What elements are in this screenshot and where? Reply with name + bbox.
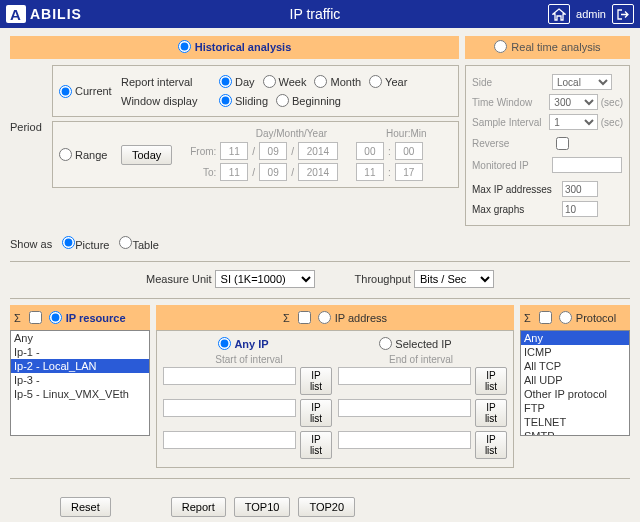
top10-button[interactable]: TOP10: [234, 497, 291, 517]
list-item[interactable]: Any: [521, 331, 629, 345]
report-button[interactable]: Report: [171, 497, 226, 517]
list-item[interactable]: Ip-3 -: [11, 373, 149, 387]
show-table[interactable]: [119, 236, 132, 249]
show-picture[interactable]: [62, 236, 75, 249]
tab-historical-label: Historical analysis: [195, 41, 292, 53]
range-label: Range: [75, 149, 107, 161]
ipres-listbox[interactable]: AnyIp-1 -Ip-2 - Local_LANIp-3 -Ip-5 - Li…: [10, 330, 150, 436]
measure-unit-select[interactable]: SI (1K=1000): [215, 270, 315, 288]
current-fieldset: Current Report interval Day Week Month Y…: [52, 65, 459, 117]
ipaddr-label: IP address: [335, 312, 387, 324]
range-fieldset: Range Today Day/Month/Year Hour:Min From…: [52, 121, 459, 188]
list-item[interactable]: Ip-1 -: [11, 345, 149, 359]
end-ip-2[interactable]: [338, 399, 471, 417]
iplist-btn[interactable]: IP list: [300, 399, 332, 427]
maxip-input[interactable]: [562, 181, 598, 197]
proto-sigma-check[interactable]: [539, 311, 552, 324]
current-label: Current: [75, 85, 112, 97]
iplist-btn[interactable]: IP list: [300, 367, 332, 395]
window-display-label: Window display: [121, 95, 211, 107]
from-month[interactable]: [259, 142, 287, 160]
list-item[interactable]: TELNET: [521, 415, 629, 429]
window-sliding[interactable]: [219, 94, 232, 107]
from-min[interactable]: [395, 142, 423, 160]
from-label: From:: [180, 146, 216, 157]
monitored-ip-input[interactable]: [552, 157, 622, 173]
start-interval-label: Start of interval: [163, 354, 335, 365]
today-button[interactable]: Today: [121, 145, 172, 165]
end-ip-3[interactable]: [338, 431, 471, 449]
window-beginning[interactable]: [276, 94, 289, 107]
from-hour[interactable]: [356, 142, 384, 160]
proto-header: Σ Protocol: [520, 305, 630, 330]
logo-icon: A: [6, 5, 26, 23]
end-interval-label: End of interval: [335, 354, 507, 365]
iplist-btn[interactable]: IP list: [300, 431, 332, 459]
list-item[interactable]: ICMP: [521, 345, 629, 359]
timewin-select[interactable]: 300: [549, 94, 597, 110]
list-item[interactable]: Ip-2 - Local_LAN: [11, 359, 149, 373]
report-interval-label: Report interval: [121, 76, 211, 88]
reverse-checkbox[interactable]: [556, 137, 569, 150]
ipaddr-header: Σ IP address: [156, 305, 514, 330]
sample-select[interactable]: 1: [549, 114, 597, 130]
throughput-select[interactable]: Bits / Sec: [414, 270, 494, 288]
iplist-btn[interactable]: IP list: [475, 367, 507, 395]
to-label: To:: [180, 167, 216, 178]
start-ip-3[interactable]: [163, 431, 296, 449]
tab-historical[interactable]: Historical analysis: [10, 36, 459, 59]
proto-listbox[interactable]: AnyICMPAll TCPAll UDPOther IP protocolFT…: [520, 330, 630, 436]
historical-radio[interactable]: [178, 40, 191, 53]
side-select[interactable]: Local: [552, 74, 612, 90]
list-item[interactable]: Any: [11, 331, 149, 345]
start-ip-2[interactable]: [163, 399, 296, 417]
sigma-icon: Σ: [524, 312, 531, 324]
logout-icon[interactable]: [612, 4, 634, 24]
list-item[interactable]: All UDP: [521, 373, 629, 387]
page-title: IP traffic: [82, 6, 548, 22]
to-min[interactable]: [395, 163, 423, 181]
topbar: A ABILIS IP traffic admin: [0, 0, 640, 28]
to-month[interactable]: [259, 163, 287, 181]
range-radio[interactable]: [59, 148, 72, 161]
from-day[interactable]: [220, 142, 248, 160]
date-head-dmy: Day/Month/Year: [216, 128, 366, 139]
proto-radio[interactable]: [559, 311, 572, 324]
list-item[interactable]: Other IP protocol: [521, 387, 629, 401]
iplist-btn[interactable]: IP list: [475, 431, 507, 459]
ipaddr-radio[interactable]: [318, 311, 331, 324]
brand-text: ABILIS: [30, 6, 82, 22]
realtime-radio[interactable]: [494, 40, 507, 53]
interval-month[interactable]: [314, 75, 327, 88]
top20-button[interactable]: TOP20: [298, 497, 355, 517]
reset-button[interactable]: Reset: [60, 497, 111, 517]
maxgraph-input[interactable]: [562, 201, 598, 217]
list-item[interactable]: SMTP: [521, 429, 629, 436]
ipres-radio[interactable]: [49, 311, 62, 324]
ipaddr-sigma-check[interactable]: [298, 311, 311, 324]
date-head-hm: Hour:Min: [366, 128, 446, 139]
realtime-panel: Side Local Time Window 300(sec) Sample I…: [465, 65, 630, 226]
to-hour[interactable]: [356, 163, 384, 181]
to-year[interactable]: [298, 163, 338, 181]
iplist-btn[interactable]: IP list: [475, 399, 507, 427]
sigma-icon: Σ: [14, 312, 21, 324]
tab-realtime[interactable]: Real time analysis: [465, 36, 630, 59]
ipaddr-box: Any IP Selected IP Start of interval End…: [156, 330, 514, 468]
interval-week[interactable]: [263, 75, 276, 88]
end-ip-1[interactable]: [338, 367, 471, 385]
selip-radio[interactable]: [379, 337, 392, 350]
list-item[interactable]: FTP: [521, 401, 629, 415]
anyip-radio[interactable]: [218, 337, 231, 350]
list-item[interactable]: All TCP: [521, 359, 629, 373]
interval-day[interactable]: [219, 75, 232, 88]
start-ip-1[interactable]: [163, 367, 296, 385]
from-year[interactable]: [298, 142, 338, 160]
list-item[interactable]: Ip-5 - Linux_VMX_VEth: [11, 387, 149, 401]
home-icon[interactable]: [548, 4, 570, 24]
to-day[interactable]: [220, 163, 248, 181]
ipres-sigma-check[interactable]: [29, 311, 42, 324]
current-radio[interactable]: [59, 85, 72, 98]
showas-label: Show as: [10, 238, 52, 250]
interval-year[interactable]: [369, 75, 382, 88]
